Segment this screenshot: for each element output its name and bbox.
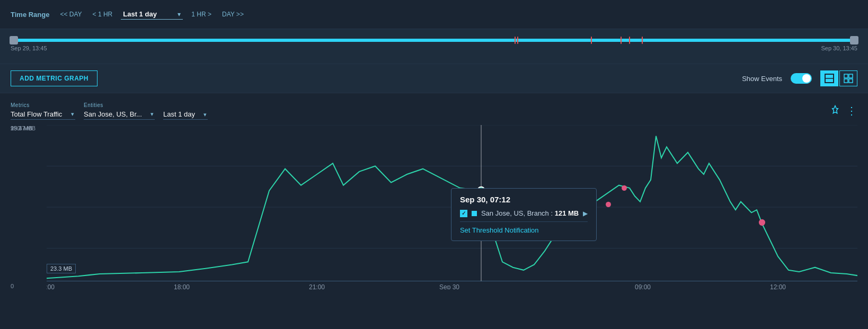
time-range-select[interactable]: Last 1 day Last 6 hours Last 12 hours La… [121, 9, 183, 20]
show-events-label: Show Events [742, 75, 782, 83]
tooltip-title: Sep 30, 07:12 [460, 195, 588, 204]
svg-text:15:00: 15:00 [47, 283, 55, 289]
entities-label: Entities [84, 102, 155, 108]
tooltip-expand-arrow[interactable]: ▶ [583, 210, 588, 217]
toolbar-right: Show Events [742, 70, 857, 86]
time-range-label: Time Range [11, 11, 49, 19]
view-btn-single[interactable] [820, 70, 838, 86]
add-metric-graph-button[interactable]: ADD METRIC GRAPH [11, 70, 98, 86]
event-marker-3 [591, 37, 592, 44]
svg-rect-3 [849, 74, 853, 78]
slider-right-date: Sep 30, 13:45 [821, 45, 857, 51]
svg-rect-5 [849, 79, 853, 83]
tooltip-color-square [472, 211, 477, 216]
show-events-toggle[interactable] [791, 73, 812, 84]
slider-area: Sep 29, 13:45 Sep 30, 13:45 [0, 29, 868, 64]
event-marker-5 [629, 37, 630, 44]
nav-1hr-forward[interactable]: 1 HR > [189, 10, 214, 19]
single-view-icon [825, 74, 834, 83]
slider-handle-right[interactable] [850, 36, 858, 45]
entities-control: Entities San Jose, US, Br... [84, 102, 155, 120]
tooltip-item-label: San Jose, US, Branch : 121 MB [481, 209, 579, 217]
slider-handle-left[interactable] [10, 36, 18, 45]
chart-panel-icons: ⋮ [830, 104, 857, 117]
tooltip-divider [460, 221, 588, 222]
grid-view-icon [844, 74, 853, 83]
top-bar: Time Range << DAY < 1 HR Last 1 day Last… [0, 0, 868, 29]
slider-labels: Sep 29, 13:45 Sep 30, 13:45 [11, 45, 857, 51]
view-btn-grid[interactable] [839, 70, 857, 86]
slider-left-date: Sep 29, 13:45 [11, 45, 47, 51]
chart-panel: Metrics Total Flow Traffic Entities San … [0, 93, 868, 329]
event-marker-2 [517, 37, 518, 44]
slider-track[interactable] [11, 39, 857, 42]
nav-1hr-back[interactable]: < 1 HR [91, 10, 115, 19]
metrics-control: Metrics Total Flow Traffic [11, 102, 75, 120]
tooltip-checkbox[interactable]: ✓ [460, 210, 467, 217]
event-marker-1 [515, 37, 516, 44]
metrics-label: Metrics [11, 102, 75, 108]
more-icon[interactable]: ⋮ [846, 104, 857, 117]
y-label-23mb: 23.3 MB [11, 125, 32, 131]
svg-text:09:00: 09:00 [635, 283, 651, 289]
chart-controls: Metrics Total Flow Traffic Entities San … [11, 102, 857, 120]
svg-rect-2 [844, 74, 848, 78]
chart-svg-wrapper: 190.7 MB 95.4 MB 23.3 MB 0 [11, 125, 857, 305]
svg-text:18:00: 18:00 [174, 283, 190, 289]
svg-text:Sep 30: Sep 30 [439, 283, 459, 289]
pin-icon[interactable] [830, 105, 840, 117]
metrics-select-wrapper[interactable]: Total Flow Traffic [11, 109, 75, 120]
tooltip-item-value: 121 MB [555, 209, 579, 217]
view-buttons [820, 70, 857, 86]
chart-timerange-select[interactable]: Last 1 day [163, 109, 208, 120]
y-axis: 190.7 MB 95.4 MB 23.3 MB 0 [11, 125, 47, 305]
svg-rect-4 [844, 79, 848, 83]
nav-day-forward[interactable]: DAY >> [220, 10, 246, 19]
y-annotation-value: 23.3 MB [50, 265, 72, 272]
chart-tooltip: Sep 30, 07:12 ✓ San Jose, US, Branch : 1… [451, 188, 597, 241]
event-dot-3 [759, 219, 765, 226]
y-axis-annotation: 23.3 MB [47, 264, 76, 273]
toolbar: ADD METRIC GRAPH Show Events [0, 64, 868, 93]
chart-timerange-select-wrapper[interactable]: Last 1 day [163, 109, 208, 120]
y-label-zero: 0 [11, 283, 14, 289]
nav-day-back[interactable]: << DAY [58, 10, 84, 19]
event-dot-2 [622, 185, 627, 191]
set-threshold-button[interactable]: Set Threshold Notification [460, 226, 588, 234]
tooltip-item-row: ✓ San Jose, US, Branch : 121 MB ▶ [460, 209, 588, 217]
svg-text:12:00: 12:00 [770, 283, 786, 289]
event-dot-1 [606, 202, 611, 207]
svg-text:21:00: 21:00 [309, 283, 325, 289]
event-marker-4 [621, 37, 622, 44]
slider-fill [11, 39, 857, 42]
metrics-select[interactable]: Total Flow Traffic [11, 109, 75, 120]
event-marker-6 [642, 37, 643, 44]
entities-select[interactable]: San Jose, US, Br... [84, 109, 155, 120]
entities-select-wrapper[interactable]: San Jose, US, Br... [84, 109, 155, 120]
time-range-select-wrapper[interactable]: Last 1 day Last 6 hours Last 12 hours La… [121, 9, 183, 20]
